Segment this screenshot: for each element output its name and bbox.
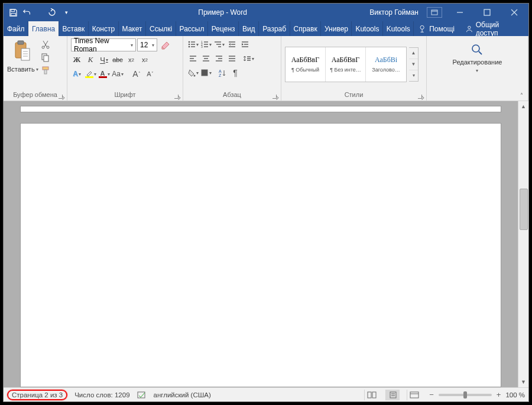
gallery-down-icon[interactable]: ▼ (409, 59, 418, 70)
tab-home[interactable]: Главна (28, 21, 59, 36)
clipboard-launcher[interactable] (56, 92, 63, 99)
save-icon[interactable] (8, 8, 18, 17)
strikethrough-button[interactable]: abc (112, 54, 124, 66)
borders-button[interactable]: ▾ (200, 67, 212, 79)
page-2[interactable] (20, 123, 501, 387)
clear-formatting-icon[interactable] (160, 40, 173, 51)
collapse-ribbon-icon[interactable]: ˄ (517, 91, 526, 99)
qat-customize-icon[interactable]: ▾ (61, 8, 71, 17)
multilevel-list-button[interactable]: ▾ (213, 38, 225, 50)
tab-help[interactable]: Справк (290, 21, 322, 36)
undo-icon[interactable] (22, 8, 32, 17)
zoom-level[interactable]: 100 % (505, 391, 525, 398)
decrease-indent-button[interactable] (226, 38, 238, 50)
bullets-button[interactable]: ▾ (187, 38, 199, 50)
style-no-spacing[interactable]: АаБбВвГ ¶ Без инте… (326, 47, 366, 82)
proofing-icon[interactable] (137, 391, 147, 399)
print-layout-icon[interactable] (385, 390, 400, 400)
group-paragraph: ▾ 123▾ ▾ ▾ ▾ (183, 36, 281, 101)
word-count-status[interactable]: Число слов: 1209 (74, 391, 129, 398)
tab-mailings[interactable]: Рассыл (176, 21, 208, 36)
subscript-button[interactable]: x2 (125, 54, 137, 66)
text-effects-button[interactable]: A▾ (71, 68, 83, 80)
tell-me[interactable]: Помощі (414, 21, 459, 36)
shading-button[interactable]: ▾ (187, 67, 199, 79)
increase-indent-button[interactable] (239, 38, 251, 50)
tab-univer[interactable]: Универ (321, 21, 352, 36)
ribbon: Вставить▾ Буфер обмена Times New Roman▾ … (4, 36, 528, 101)
minimize-button[interactable] (448, 4, 472, 21)
styles-launcher[interactable] (416, 92, 423, 99)
font-name-combo[interactable]: Times New Roman▾ (71, 38, 136, 51)
tab-file[interactable]: Файл (4, 21, 28, 36)
maximize-button[interactable] (475, 4, 499, 21)
show-marks-button[interactable]: ¶ (229, 67, 241, 79)
tab-kutools-plus[interactable]: Kutools (383, 21, 414, 36)
tab-kutools[interactable]: Kutools (352, 21, 382, 36)
underline-button[interactable]: Ч▾ (98, 54, 110, 66)
style-gallery-scroll: ▲ ▼ ▾ (409, 47, 419, 82)
italic-button[interactable]: К (85, 54, 96, 66)
svg-line-67 (479, 51, 482, 54)
gallery-up-icon[interactable]: ▲ (409, 48, 418, 59)
zoom-out-button[interactable]: − (428, 390, 435, 399)
align-left-button[interactable] (187, 53, 199, 64)
page-number-status[interactable]: Страница 2 из 3 (7, 390, 67, 400)
group-styles: АаБбВвГ ¶ Обычный АаБбВвГ ¶ Без инте… Аа… (281, 36, 427, 101)
font-size-value: 12 (140, 41, 148, 49)
line-spacing-button[interactable]: ▾ (242, 53, 254, 64)
tab-layout[interactable]: Макет (119, 21, 146, 36)
highlight-color-button[interactable]: ▾ (85, 68, 96, 80)
zoom-in-button[interactable]: + (495, 390, 502, 399)
tab-developer[interactable]: Разраб (259, 21, 290, 36)
svg-text:Z: Z (219, 73, 222, 77)
scroll-down-icon[interactable]: ▼ (518, 377, 529, 387)
style-gallery: АаБбВвГ ¶ Обычный АаБбВвГ ¶ Без инте… Аа… (285, 47, 407, 82)
svg-point-11 (468, 26, 471, 28)
close-button[interactable] (502, 4, 526, 21)
align-center-button[interactable] (200, 53, 212, 64)
superscript-button[interactable]: x2 (139, 54, 151, 66)
scroll-track[interactable] (518, 112, 529, 377)
format-painter-icon[interactable] (41, 66, 50, 75)
justify-button[interactable] (226, 53, 238, 64)
align-right-button[interactable] (213, 53, 225, 64)
cut-icon[interactable] (41, 40, 50, 49)
tab-review[interactable]: Реценз (208, 21, 239, 36)
numbering-button[interactable]: 123▾ (200, 38, 212, 50)
redo-icon[interactable] (47, 8, 57, 17)
bold-button[interactable]: Ж (71, 54, 83, 66)
paragraph-launcher[interactable] (270, 92, 277, 99)
ribbon-display-options-icon[interactable] (427, 7, 442, 18)
change-case-button[interactable]: Aa▾ (112, 68, 124, 80)
paste-button[interactable]: Вставить▾ (7, 38, 38, 90)
tab-insert[interactable]: Вставк (59, 21, 89, 36)
read-mode-icon[interactable] (364, 390, 378, 400)
tab-design[interactable]: Констр (89, 21, 119, 36)
username-label[interactable]: Виктор Гойман (369, 8, 419, 17)
page-1-bottom[interactable] (20, 106, 501, 112)
zoom-thumb[interactable] (463, 391, 467, 398)
style-normal[interactable]: АаБбВвГ ¶ Обычный (286, 47, 326, 82)
copy-icon[interactable] (41, 53, 50, 62)
title-bar: ▾ Пример - Word Виктор Гойман (4, 4, 528, 21)
font-color-button[interactable]: A▾ (98, 68, 110, 80)
grow-font-button[interactable]: A˄ (131, 68, 142, 80)
zoom-slider[interactable] (439, 394, 492, 396)
scroll-thumb[interactable] (520, 189, 528, 230)
tab-view[interactable]: Вид (239, 21, 259, 36)
scroll-up-icon[interactable]: ▲ (518, 101, 529, 112)
tab-references[interactable]: Ссылкі (146, 21, 176, 36)
editing-button[interactable]: Редактирование ▾ (453, 42, 502, 73)
share-button[interactable]: Общий доступ (459, 21, 528, 36)
sort-button[interactable]: AZ (216, 67, 228, 79)
svg-text:A: A (219, 69, 222, 73)
document-viewport[interactable] (4, 101, 518, 387)
style-heading1[interactable]: АаБбВі Заголово… (366, 47, 406, 82)
font-launcher[interactable] (172, 92, 179, 99)
font-size-combo[interactable]: 12▾ (137, 38, 157, 51)
gallery-more-icon[interactable]: ▾ (409, 70, 418, 81)
shrink-font-button[interactable]: A˅ (144, 68, 156, 80)
language-status[interactable]: английский (США) (154, 391, 211, 398)
web-layout-icon[interactable] (407, 390, 421, 400)
